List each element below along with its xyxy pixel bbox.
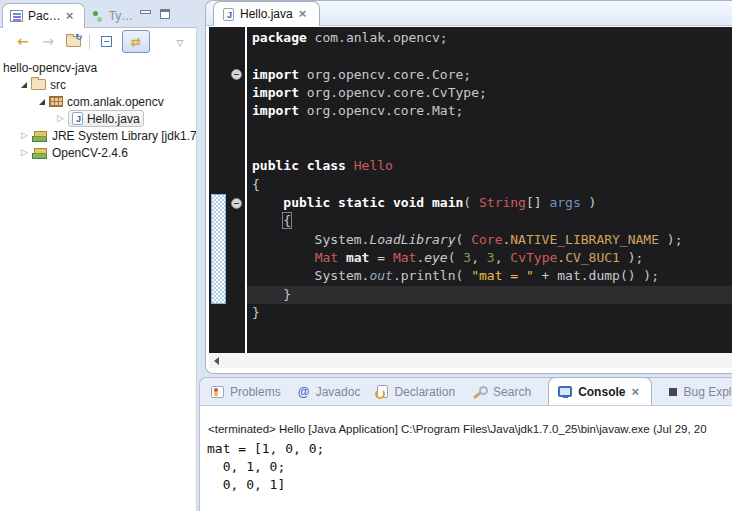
package-icon [49, 96, 63, 107]
tab-ty[interactable]: Ty… [85, 5, 141, 27]
tree-item-hello-java[interactable]: ▷Hello.java [0, 110, 196, 127]
tab-label: Ty… [109, 9, 134, 23]
tree-item-label: src [50, 78, 66, 92]
view-window-buttons [140, 9, 170, 19]
link-with-editor-icon [131, 32, 141, 50]
package-explorer-toolbar [0, 28, 196, 54]
editor-horizontal-scrollbar[interactable] [209, 353, 732, 368]
code-lines: package com.anlak.opencv; import org.ope… [247, 29, 732, 323]
tree-item-label: Hello.java [87, 112, 140, 126]
tab-console[interactable]: Console [548, 377, 652, 405]
tree-item-com-anlak-opencv[interactable]: com.anlak.opencv [0, 93, 196, 110]
source-folder-icon [31, 79, 46, 90]
editor-code-area[interactable]: package com.anlak.opencv; import org.ope… [209, 27, 732, 353]
java-file-icon [72, 112, 83, 125]
collapsed-arrow-icon[interactable]: ▷ [21, 148, 28, 157]
close-icon[interactable] [631, 386, 642, 398]
close-icon[interactable] [66, 10, 77, 22]
tree-item-label: OpenCV-2.4.6 [52, 146, 128, 160]
code-line: } [247, 286, 732, 304]
console-view: <terminated> Hello [Java Application] C:… [200, 405, 732, 511]
maximize-icon[interactable] [160, 9, 170, 19]
forward-button[interactable] [39, 31, 57, 51]
forward-icon [42, 32, 54, 50]
library-icon [32, 147, 48, 159]
bug-square-icon [669, 388, 677, 396]
tab-label: Search [493, 385, 531, 399]
package-explorer-panel: Pac…Ty… hello-opencv-javasrccom.anlak.op… [0, 0, 197, 511]
javadoc-icon [298, 386, 310, 398]
tree-item-opencv-2-4-6[interactable]: ▷OpenCV-2.4.6 [0, 144, 196, 161]
tab-pac[interactable]: Pac… [2, 3, 85, 28]
fold-collapse-icon[interactable] [231, 198, 242, 209]
code-line: System.out.println( "mat = " + mat.dump(… [247, 267, 732, 285]
close-icon[interactable] [299, 8, 310, 20]
link-with-editor-button[interactable] [122, 30, 150, 53]
tree-item-label: hello-opencv-java [3, 61, 97, 75]
tab-bug-explorer[interactable]: Bug Explorer [669, 385, 732, 399]
code-line [247, 139, 732, 157]
bottom-tabbar: ProblemsJavadocDeclarationSearchConsoleB… [200, 378, 732, 405]
expanded-arrow-icon[interactable] [39, 99, 45, 105]
console-output-line: 0, 1, 0; [207, 458, 732, 476]
collapsed-arrow-icon[interactable]: ▷ [21, 131, 28, 140]
tab-label: Bug Explorer [683, 385, 732, 399]
package-explorer-icon [10, 10, 23, 22]
code-line: { [247, 176, 732, 194]
toolbar-separator [89, 34, 90, 49]
editor-tab-label: Hello.java [240, 7, 293, 21]
console-icon [558, 386, 572, 397]
tree-item-label: com.anlak.opencv [67, 95, 164, 109]
code-line: Mat mat = Mat.eye( 3, 3, CvType.CV_8UC1 … [247, 249, 732, 267]
up-button[interactable] [64, 31, 82, 51]
collapse-all-button[interactable] [97, 31, 115, 51]
console-output-line: 0, 0, 1] [207, 476, 732, 494]
type-hierarchy-icon [92, 10, 104, 23]
scroll-left-icon[interactable] [214, 357, 219, 365]
selected-tree-item: Hello.java [68, 110, 144, 127]
left-tabbar-tabs: Pac…Ty… [2, 3, 140, 27]
editor-pane: Hello.java package com.anlak.opencv; imp… [205, 0, 732, 374]
editor-tabbar: Hello.java [206, 1, 732, 26]
collapsed-arrow-icon[interactable]: ▷ [57, 114, 64, 123]
tab-label: Problems [230, 385, 281, 399]
console-output[interactable]: mat = [1, 0, 0; 0, 1, 0; 0, 0, 1] [207, 440, 732, 494]
bottom-views-panel: ProblemsJavadocDeclarationSearchConsoleB… [199, 377, 732, 511]
declaration-icon [377, 385, 388, 398]
tab-problems[interactable]: Problems [211, 385, 281, 399]
tab-label: Pac… [28, 9, 61, 23]
back-button[interactable] [14, 31, 32, 51]
tree-item-label: JRE System Library [jdk1.7.0 [52, 129, 196, 143]
editor-tab-hello-java[interactable]: Hello.java [213, 1, 320, 26]
tab-label: Console [578, 385, 625, 399]
code-line: import org.opencv.core.Core; [247, 66, 732, 84]
code-line: import org.opencv.core.Mat; [247, 102, 732, 120]
range-indicator [211, 194, 226, 304]
fold-collapse-icon[interactable] [231, 69, 242, 80]
code-line: { [247, 212, 732, 230]
tree-item-hello-opencv-java[interactable]: hello-opencv-java [0, 59, 196, 76]
tab-label: Declaration [394, 385, 455, 399]
package-explorer-body: hello-opencv-javasrccom.anlak.opencv▷Hel… [0, 27, 197, 511]
up-folder-icon [66, 36, 81, 47]
collapse-all-icon [101, 36, 112, 47]
tab-declaration[interactable]: Declaration [377, 385, 455, 399]
console-header: <terminated> Hello [Java Application] C:… [208, 423, 732, 435]
tab-search[interactable]: Search [472, 385, 531, 399]
tree-item-src[interactable]: src [0, 76, 196, 93]
code-line: public static void main( String[] args ) [247, 194, 732, 212]
java-file-icon [223, 8, 234, 21]
code-line: package com.anlak.opencv; [247, 29, 732, 47]
search-icon [472, 385, 487, 399]
project-tree: hello-opencv-javasrccom.anlak.opencv▷Hel… [0, 54, 196, 161]
tree-item-jre-system-library-jdk1-7-0[interactable]: ▷JRE System Library [jdk1.7.0 [0, 127, 196, 144]
code-line: System.LoadLibrary( Core.NATIVE_LIBRARY_… [247, 231, 732, 249]
view-menu-button[interactable] [171, 31, 189, 51]
console-output-line: mat = [1, 0, 0; [207, 440, 732, 458]
tab-javadoc[interactable]: Javadoc [298, 385, 361, 399]
expanded-arrow-icon[interactable] [21, 82, 27, 88]
back-icon [17, 32, 29, 50]
minimize-icon[interactable] [140, 9, 150, 19]
code-line [247, 121, 732, 139]
code-line [247, 47, 732, 65]
